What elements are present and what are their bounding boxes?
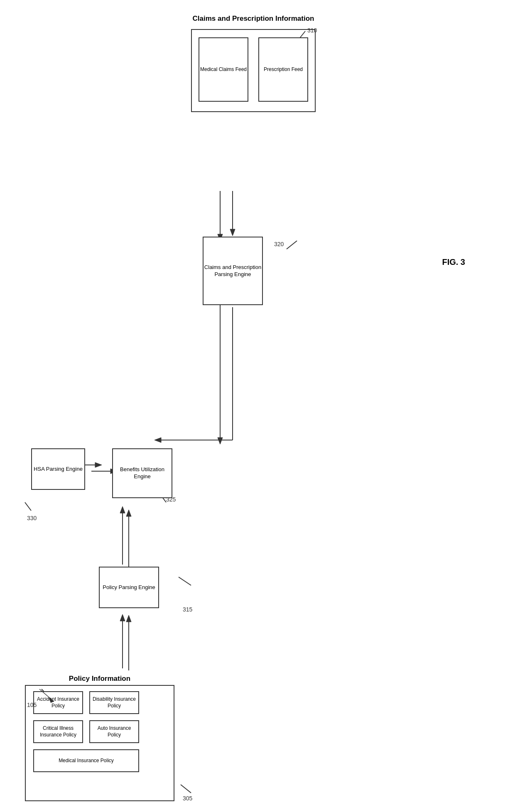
claims-parsing-engine-box: Claims and Prescription Parsing Engine [203,237,263,305]
svg-marker-21 [154,438,161,443]
svg-marker-10 [218,438,223,444]
ref-310: 310 [307,27,317,34]
medical-claims-feed-box: Medical Claims Feed [199,37,248,102]
accident-insurance-box: Accident Insurance Policy [33,691,83,714]
svg-marker-1 [120,614,125,621]
svg-marker-14 [126,510,131,516]
claims-info-title: Claims and Prescription Information [191,15,316,23]
critical-illness-box: Critical Illness Insurance Policy [33,720,83,743]
ref-105: 105 [27,702,37,708]
svg-line-28 [25,502,31,511]
disability-insurance-box: Disability Insurance Policy [89,691,139,714]
ref-305: 305 [183,795,192,802]
policy-info-title: Policy Information [25,675,174,683]
benefits-utilization-box: Benefits Utilization Engine [112,448,172,498]
diagram: Policy Information Accident Insurance Po… [0,0,515,812]
ref-330: 330 [27,515,37,521]
ref-325: 325 [166,496,176,503]
medical-insurance-policy-box: Medical Insurance Policy [33,749,139,772]
ref-315: 315 [183,606,192,613]
svg-marker-3 [120,506,125,513]
figure-label: FIG. 3 [442,257,465,267]
svg-marker-5 [95,462,102,467]
ref-320: 320 [274,241,284,247]
policy-parsing-engine-box: Policy Parsing Engine [99,567,159,608]
svg-line-23 [181,785,191,793]
hsa-parsing-engine-box: HSA Parsing Engine [31,448,85,490]
svg-line-26 [287,241,297,249]
svg-line-25 [179,577,191,585]
prescription-feed-box: Prescription Feed [258,37,308,102]
svg-marker-18 [230,229,235,236]
svg-marker-12 [126,615,131,622]
auto-insurance-box: Auto Insurance Policy [89,720,139,743]
